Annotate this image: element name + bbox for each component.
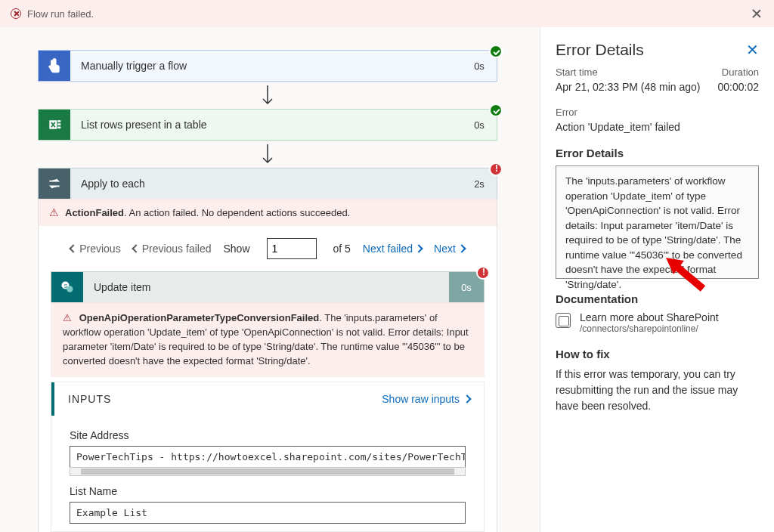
- excel-label: List rows present in a table: [70, 110, 462, 140]
- touch-icon: [39, 51, 70, 81]
- doc-path: /connectors/sharepointonline/: [580, 323, 719, 334]
- duration-value: 00:00:02: [718, 81, 760, 93]
- error-value: Action 'Update_item' failed: [556, 121, 759, 133]
- list-name-value[interactable]: Example List: [70, 502, 466, 524]
- close-icon[interactable]: ✕: [746, 42, 759, 57]
- duration-label: Duration: [722, 66, 759, 78]
- next-button[interactable]: Next: [434, 243, 465, 255]
- update-item-card[interactable]: S Update item 0s: [51, 271, 485, 302]
- error-banner: Flow run failed.: [0, 0, 774, 27]
- success-badge-icon: [489, 45, 503, 58]
- loop-icon: [39, 169, 70, 199]
- sp-error-banner: ⚠ OpenApiOperationParameterTypeConversio…: [51, 302, 485, 377]
- apply-to-each-card[interactable]: Apply to each 2s: [38, 168, 497, 199]
- excel-icon: [39, 110, 70, 140]
- prev-button[interactable]: Previous: [70, 243, 120, 255]
- warning-icon: ⚠: [49, 206, 59, 218]
- inputs-heading: INPUTS: [68, 393, 111, 405]
- banner-text: Flow run failed.: [27, 8, 94, 20]
- inputs-panel: INPUTS Show raw inputs Site Address Powe…: [51, 382, 485, 532]
- action-failed-title: ActionFailed: [65, 207, 124, 218]
- prev-failed-button[interactable]: Previous failed: [133, 243, 212, 255]
- update-item-label: Update item: [83, 272, 449, 302]
- trigger-card[interactable]: Manually trigger a flow 0s: [38, 50, 497, 82]
- svg-rect-1: [57, 123, 60, 125]
- action-failed-banner: ⚠ ActionFailed. An action failed. No dep…: [39, 199, 497, 226]
- error-details-heading: Error Details: [556, 147, 759, 159]
- of-label: of 5: [333, 243, 351, 255]
- show-raw-inputs-link[interactable]: Show raw inputs: [382, 393, 470, 405]
- action-failed-text: . An action failed. No dependent actions…: [124, 207, 350, 218]
- success-badge-icon: [489, 104, 503, 117]
- documentation-heading: Documentation: [556, 292, 759, 305]
- svg-rect-2: [57, 127, 60, 129]
- apply-body: ⚠ ActionFailed. An action failed. No dep…: [38, 199, 497, 532]
- site-address-label: Site Address: [70, 429, 466, 441]
- horizontal-scrollbar[interactable]: [70, 467, 466, 476]
- excel-card[interactable]: List rows present in a table 0s: [38, 109, 497, 141]
- list-name-label: List Name: [70, 485, 466, 497]
- panel-title: Error Details: [556, 41, 759, 59]
- next-failed-button[interactable]: Next failed: [363, 243, 422, 255]
- how-to-fix-text: If this error was temporary, you can try…: [556, 367, 759, 414]
- warning-icon: ⚠: [63, 312, 72, 323]
- svg-point-4: [67, 286, 73, 292]
- start-time-value: Apr 21, 02:33 PM (48 min ago): [556, 81, 700, 93]
- error-circle-icon: [11, 8, 21, 19]
- documentation-link[interactable]: Learn more about SharePoint /connectors/…: [556, 311, 759, 334]
- error-badge-icon: [476, 266, 490, 280]
- flow-arrow: [38, 141, 497, 168]
- flow-arrow: [38, 82, 497, 109]
- how-to-fix-heading: How to fix: [556, 348, 759, 360]
- close-icon[interactable]: [750, 7, 763, 20]
- error-badge-icon: [489, 162, 503, 176]
- trigger-label: Manually trigger a flow: [70, 51, 462, 81]
- start-time-label: Start time: [556, 66, 598, 78]
- sharepoint-icon: S: [51, 272, 83, 302]
- error-details-panel: ✕ Error Details Start time Duration Apr …: [540, 27, 774, 532]
- site-address-value[interactable]: PowerTechTips - https://howtoexcel.share…: [70, 446, 466, 468]
- document-icon: [556, 313, 571, 328]
- page-input[interactable]: [267, 238, 317, 259]
- error-details-text[interactable]: The 'inputs.parameters' of workflow oper…: [556, 165, 759, 279]
- svg-rect-0: [57, 120, 60, 122]
- doc-title: Learn more about SharePoint: [580, 311, 719, 323]
- svg-text:S: S: [64, 283, 68, 289]
- apply-label: Apply to each: [70, 169, 462, 199]
- show-label: Show: [223, 243, 249, 255]
- error-label: Error: [556, 107, 759, 118]
- pager: Previous Previous failed Show of 5 Next …: [39, 226, 497, 271]
- sp-error-title: OpenApiOperationParameterTypeConversionF…: [79, 312, 320, 323]
- flow-canvas: Manually trigger a flow 0s List rows pre…: [0, 27, 540, 532]
